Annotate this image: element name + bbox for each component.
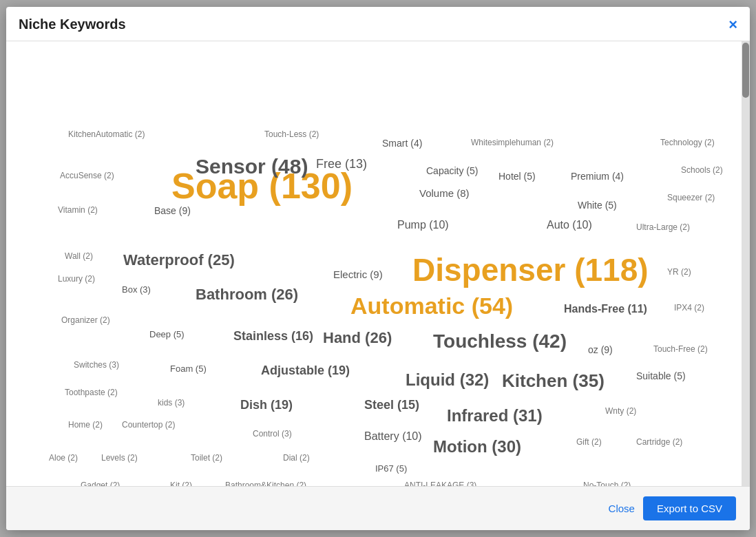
word-cloud-item[interactable]: Free (13) (316, 157, 367, 171)
word-cloud-item[interactable]: Base (9) (154, 205, 191, 216)
word-cloud-item[interactable]: Touchless (42) (433, 330, 567, 352)
word-cloud-item[interactable]: Waterproof (25) (123, 251, 235, 269)
word-cloud-item[interactable]: Wall (2) (65, 251, 93, 261)
word-cloud-item[interactable]: Pump (10) (397, 219, 449, 231)
word-cloud-item[interactable]: Cartridge (2) (636, 437, 682, 447)
word-cloud-item[interactable]: Toilet (2) (191, 453, 222, 463)
word-cloud-item[interactable]: Box (3) (122, 284, 151, 295)
word-cloud-item[interactable]: Luxury (2) (58, 274, 95, 284)
word-cloud-item[interactable]: Motion (30) (433, 437, 521, 456)
word-cloud-item[interactable]: Automatic (54) (350, 293, 513, 319)
word-cloud-item[interactable]: Hotel (5) (498, 171, 536, 182)
word-cloud-item[interactable]: Stainless (16) (233, 329, 313, 344)
word-cloud-item[interactable]: Liquid (32) (406, 370, 489, 390)
modal-overlay: Niche Keywords × Soap (130)Dispenser (11… (0, 0, 756, 537)
word-cloud-item[interactable]: Gift (2) (576, 437, 602, 447)
modal-body: Soap (130)Dispenser (118)Automatic (54)S… (6, 41, 750, 486)
word-cloud-item[interactable]: Countertop (2) (122, 420, 175, 430)
word-cloud-item[interactable]: IP67 (5) (375, 463, 407, 474)
close-icon-button[interactable]: × (728, 17, 737, 32)
word-cloud-item[interactable]: Infrared (31) (447, 406, 543, 425)
word-cloud-item[interactable]: Auto (10) (547, 219, 592, 231)
export-csv-button[interactable]: Export to CSV (643, 496, 736, 520)
word-cloud-item[interactable]: Adjustable (19) (261, 364, 350, 378)
word-cloud-item[interactable]: Kitchen (35) (502, 370, 605, 392)
word-cloud-item[interactable]: Touch-Free (2) (653, 344, 708, 354)
modal: Niche Keywords × Soap (130)Dispenser (11… (6, 7, 750, 530)
word-cloud-item[interactable]: Dial (2) (283, 453, 310, 463)
word-cloud-item[interactable]: White (5) (578, 200, 617, 211)
scrollbar-thumb[interactable] (742, 43, 749, 98)
modal-footer: Close Export to CSV (6, 486, 750, 530)
word-cloud-item[interactable]: Volume (8) (419, 187, 470, 199)
word-cloud-item[interactable]: IPX4 (2) (674, 303, 704, 313)
modal-title: Niche Keywords (19, 17, 126, 32)
word-cloud-item[interactable]: Touch-Less (2) (264, 129, 319, 139)
word-cloud-item[interactable]: Wnty (2) (605, 406, 636, 416)
word-cloud-item[interactable]: Toothpaste (2) (65, 388, 118, 397)
word-cloud-item[interactable]: Dispenser (118) (412, 251, 649, 288)
word-cloud-item[interactable]: AccuSense (2) (60, 171, 114, 180)
word-cloud-item[interactable]: Capacity (5) (426, 165, 478, 176)
word-cloud-item[interactable]: Home (2) (68, 420, 103, 430)
word-cloud-item[interactable]: Switches (3) (74, 360, 119, 370)
word-cloud-item[interactable]: Organizer (2) (61, 315, 110, 325)
word-cloud-item[interactable]: Kit (2) (170, 481, 192, 486)
word-cloud-item[interactable]: Ultra-Large (2) (636, 222, 690, 232)
word-cloud-item[interactable]: Vitamin (2) (58, 205, 98, 215)
word-cloud-item[interactable]: Whitesimplehuman (2) (471, 138, 554, 147)
close-button[interactable]: Close (609, 503, 635, 514)
word-cloud-item[interactable]: Sensor (48) (196, 155, 308, 178)
word-cloud-item[interactable]: Battery (10) (364, 430, 422, 443)
word-cloud-item[interactable]: Dish (19) (240, 398, 293, 412)
scrollbar[interactable] (742, 41, 750, 486)
word-cloud-item[interactable]: Electric (9) (333, 268, 383, 280)
word-cloud-item[interactable]: Schools (2) (681, 165, 723, 175)
word-cloud-item[interactable]: Bathroom (26) (196, 286, 298, 304)
word-cloud-item[interactable]: Bathroom&Kitchen (2) (225, 481, 306, 486)
word-cloud-item[interactable]: Aloe (2) (49, 453, 78, 463)
modal-header: Niche Keywords × (6, 7, 750, 41)
word-cloud-item[interactable]: Technology (2) (660, 138, 715, 147)
word-cloud-item[interactable]: Gadget (2) (81, 481, 120, 486)
word-cloud-item[interactable]: YR (2) (667, 267, 691, 277)
word-cloud: Soap (130)Dispenser (118)Automatic (54)S… (20, 55, 735, 479)
word-cloud-item[interactable]: Smart (4) (382, 138, 422, 149)
word-cloud-item[interactable]: No-Touch (2) (583, 481, 631, 486)
word-cloud-item[interactable]: Control (3) (253, 429, 292, 439)
word-cloud-item[interactable]: Squeezer (2) (667, 193, 715, 202)
word-cloud-item[interactable]: kids (3) (158, 398, 185, 408)
word-cloud-item[interactable]: KitchenAutomatic (2) (68, 129, 145, 139)
word-cloud-item[interactable]: Steel (15) (364, 398, 419, 412)
word-cloud-item[interactable]: Levels (2) (101, 453, 138, 463)
word-cloud-item[interactable]: ANTI-LEAKAGE (3) (404, 481, 476, 486)
word-cloud-item[interactable]: Hands-Free (11) (564, 303, 647, 315)
word-cloud-item[interactable]: Premium (4) (571, 171, 624, 182)
word-cloud-item[interactable]: Deep (5) (149, 329, 185, 339)
word-cloud-item[interactable]: Foam (5) (170, 364, 207, 374)
word-cloud-item[interactable]: oz (9) (588, 344, 613, 355)
word-cloud-item[interactable]: Suitable (5) (636, 370, 686, 381)
word-cloud-area: Soap (130)Dispenser (118)Automatic (54)S… (6, 41, 742, 486)
word-cloud-item[interactable]: Hand (26) (323, 329, 392, 347)
